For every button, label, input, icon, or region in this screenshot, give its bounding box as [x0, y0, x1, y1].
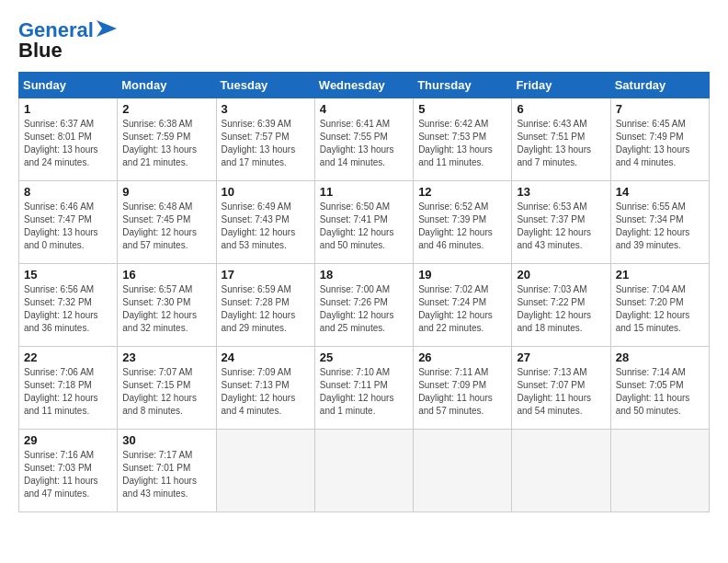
day-number: 26	[418, 350, 506, 364]
day-number: 6	[517, 102, 605, 116]
day-info: Sunrise: 6:57 AM Sunset: 7:30 PM Dayligh…	[122, 283, 210, 335]
day-number: 1	[24, 102, 112, 116]
calendar-cell: 15Sunrise: 6:56 AM Sunset: 7:32 PM Dayli…	[19, 264, 118, 347]
calendar-cell: 7Sunrise: 6:45 AM Sunset: 7:49 PM Daylig…	[610, 98, 709, 181]
day-info: Sunrise: 7:13 AM Sunset: 7:07 PM Dayligh…	[517, 366, 605, 418]
calendar-cell	[512, 430, 610, 512]
calendar-cell: 4Sunrise: 6:41 AM Sunset: 7:55 PM Daylig…	[314, 98, 413, 181]
calendar-cell: 26Sunrise: 7:11 AM Sunset: 7:09 PM Dayli…	[414, 347, 512, 430]
logo-arrow-icon	[97, 20, 117, 37]
day-info: Sunrise: 7:09 AM Sunset: 7:13 PM Dayligh…	[222, 366, 310, 418]
svg-marker-0	[97, 20, 117, 37]
day-number: 3	[222, 102, 310, 116]
calendar-cell: 5Sunrise: 6:42 AM Sunset: 7:53 PM Daylig…	[414, 98, 512, 181]
calendar-week-2: 8Sunrise: 6:46 AM Sunset: 7:47 PM Daylig…	[19, 181, 710, 264]
calendar-cell: 19Sunrise: 7:02 AM Sunset: 7:24 PM Dayli…	[414, 264, 512, 347]
day-info: Sunrise: 6:48 AM Sunset: 7:45 PM Dayligh…	[122, 201, 210, 252]
day-number: 11	[320, 185, 408, 199]
calendar-cell: 17Sunrise: 6:59 AM Sunset: 7:28 PM Dayli…	[216, 264, 314, 347]
day-number: 10	[222, 185, 310, 199]
calendar-cell: 8Sunrise: 6:46 AM Sunset: 7:47 PM Daylig…	[19, 181, 118, 264]
calendar-week-4: 22Sunrise: 7:06 AM Sunset: 7:18 PM Dayli…	[19, 347, 710, 430]
day-number: 2	[122, 102, 210, 116]
day-info: Sunrise: 6:52 AM Sunset: 7:39 PM Dayligh…	[418, 201, 506, 252]
calendar: SundayMondayTuesdayWednesdayThursdayFrid…	[18, 72, 710, 512]
calendar-cell: 18Sunrise: 7:00 AM Sunset: 7:26 PM Dayli…	[314, 264, 413, 347]
day-info: Sunrise: 7:04 AM Sunset: 7:20 PM Dayligh…	[616, 283, 704, 335]
day-number: 19	[418, 268, 506, 282]
day-info: Sunrise: 6:46 AM Sunset: 7:47 PM Dayligh…	[24, 201, 112, 252]
day-number: 8	[24, 185, 112, 199]
day-info: Sunrise: 6:43 AM Sunset: 7:51 PM Dayligh…	[517, 118, 605, 169]
day-number: 24	[222, 350, 310, 364]
day-number: 27	[517, 350, 605, 364]
day-number: 17	[222, 268, 310, 282]
calendar-cell: 2Sunrise: 6:38 AM Sunset: 7:59 PM Daylig…	[118, 98, 216, 181]
calendar-cell: 20Sunrise: 7:03 AM Sunset: 7:22 PM Dayli…	[512, 264, 610, 347]
day-info: Sunrise: 6:56 AM Sunset: 7:32 PM Dayligh…	[24, 283, 112, 335]
day-info: Sunrise: 7:03 AM Sunset: 7:22 PM Dayligh…	[517, 283, 605, 335]
day-info: Sunrise: 7:02 AM Sunset: 7:24 PM Dayligh…	[418, 283, 506, 335]
day-info: Sunrise: 6:59 AM Sunset: 7:28 PM Dayligh…	[222, 283, 310, 335]
day-number: 20	[517, 268, 605, 282]
day-info: Sunrise: 6:50 AM Sunset: 7:41 PM Dayligh…	[320, 201, 408, 252]
calendar-cell: 9Sunrise: 6:48 AM Sunset: 7:45 PM Daylig…	[118, 181, 216, 264]
day-info: Sunrise: 6:42 AM Sunset: 7:53 PM Dayligh…	[418, 118, 506, 169]
day-number: 18	[320, 268, 408, 282]
calendar-cell: 13Sunrise: 6:53 AM Sunset: 7:37 PM Dayli…	[512, 181, 610, 264]
calendar-week-3: 15Sunrise: 6:56 AM Sunset: 7:32 PM Dayli…	[19, 264, 710, 347]
calendar-cell: 29Sunrise: 7:16 AM Sunset: 7:03 PM Dayli…	[19, 430, 118, 512]
logo: General Blue	[18, 18, 117, 63]
calendar-cell: 30Sunrise: 7:17 AM Sunset: 7:01 PM Dayli…	[118, 430, 216, 512]
day-number: 5	[418, 102, 506, 116]
day-info: Sunrise: 7:06 AM Sunset: 7:18 PM Dayligh…	[24, 366, 112, 418]
header: General Blue	[18, 18, 710, 63]
weekday-header-tuesday: Tuesday	[216, 73, 314, 98]
day-number: 9	[122, 185, 210, 199]
day-number: 21	[616, 268, 704, 282]
weekday-header-monday: Monday	[118, 73, 216, 98]
calendar-cell: 11Sunrise: 6:50 AM Sunset: 7:41 PM Dayli…	[314, 181, 413, 264]
calendar-cell: 28Sunrise: 7:14 AM Sunset: 7:05 PM Dayli…	[610, 347, 709, 430]
day-info: Sunrise: 6:41 AM Sunset: 7:55 PM Dayligh…	[320, 118, 408, 169]
day-info: Sunrise: 6:37 AM Sunset: 8:01 PM Dayligh…	[24, 118, 112, 169]
day-number: 16	[122, 268, 210, 282]
day-number: 22	[24, 350, 112, 364]
day-info: Sunrise: 6:39 AM Sunset: 7:57 PM Dayligh…	[222, 118, 310, 169]
calendar-cell: 16Sunrise: 6:57 AM Sunset: 7:30 PM Dayli…	[118, 264, 216, 347]
day-number: 15	[24, 268, 112, 282]
day-number: 7	[616, 102, 704, 116]
calendar-cell: 1Sunrise: 6:37 AM Sunset: 8:01 PM Daylig…	[19, 98, 118, 181]
day-info: Sunrise: 7:00 AM Sunset: 7:26 PM Dayligh…	[320, 283, 408, 335]
day-info: Sunrise: 7:16 AM Sunset: 7:03 PM Dayligh…	[24, 449, 112, 500]
day-number: 25	[320, 350, 408, 364]
logo-blue: Blue	[18, 39, 63, 63]
day-number: 29	[24, 433, 112, 447]
day-info: Sunrise: 7:10 AM Sunset: 7:11 PM Dayligh…	[320, 366, 408, 418]
calendar-cell: 21Sunrise: 7:04 AM Sunset: 7:20 PM Dayli…	[610, 264, 709, 347]
day-number: 4	[320, 102, 408, 116]
day-info: Sunrise: 7:07 AM Sunset: 7:15 PM Dayligh…	[122, 366, 210, 418]
calendar-cell	[414, 430, 512, 512]
day-number: 13	[517, 185, 605, 199]
calendar-cell: 23Sunrise: 7:07 AM Sunset: 7:15 PM Dayli…	[118, 347, 216, 430]
weekday-header-thursday: Thursday	[414, 73, 512, 98]
day-number: 14	[616, 185, 704, 199]
calendar-cell	[610, 430, 709, 512]
weekday-header-row: SundayMondayTuesdayWednesdayThursdayFrid…	[19, 73, 710, 98]
calendar-cell: 22Sunrise: 7:06 AM Sunset: 7:18 PM Dayli…	[19, 347, 118, 430]
day-number: 12	[418, 185, 506, 199]
day-info: Sunrise: 6:45 AM Sunset: 7:49 PM Dayligh…	[616, 118, 704, 169]
calendar-week-5: 29Sunrise: 7:16 AM Sunset: 7:03 PM Dayli…	[19, 430, 710, 512]
calendar-cell: 27Sunrise: 7:13 AM Sunset: 7:07 PM Dayli…	[512, 347, 610, 430]
calendar-cell: 3Sunrise: 6:39 AM Sunset: 7:57 PM Daylig…	[216, 98, 314, 181]
calendar-cell: 24Sunrise: 7:09 AM Sunset: 7:13 PM Dayli…	[216, 347, 314, 430]
day-info: Sunrise: 7:11 AM Sunset: 7:09 PM Dayligh…	[418, 366, 506, 418]
calendar-cell	[216, 430, 314, 512]
weekday-header-saturday: Saturday	[610, 73, 709, 98]
calendar-cell	[314, 430, 413, 512]
day-number: 28	[616, 350, 704, 364]
weekday-header-friday: Friday	[512, 73, 610, 98]
day-info: Sunrise: 6:55 AM Sunset: 7:34 PM Dayligh…	[616, 201, 704, 252]
calendar-week-1: 1Sunrise: 6:37 AM Sunset: 8:01 PM Daylig…	[19, 98, 710, 181]
